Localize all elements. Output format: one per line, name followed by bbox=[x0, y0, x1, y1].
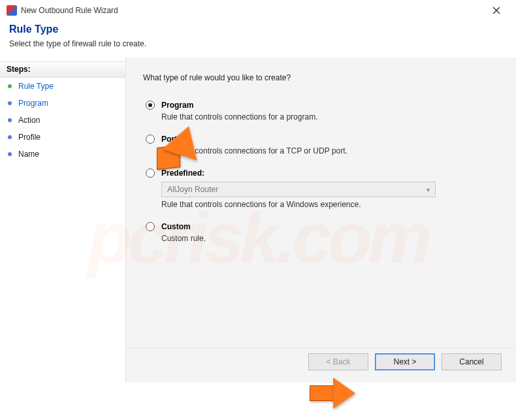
step-label: Name bbox=[18, 150, 39, 159]
predefined-combobox[interactable]: AllJoyn Router ▾ bbox=[161, 182, 436, 197]
radio-predefined[interactable] bbox=[146, 169, 155, 178]
radio-program[interactable] bbox=[146, 101, 155, 110]
bullet-icon bbox=[8, 135, 12, 139]
step-label: Action bbox=[18, 116, 40, 125]
step-label: Profile bbox=[18, 133, 40, 142]
option-custom[interactable]: Custom Custom rule. bbox=[143, 222, 499, 243]
option-port-label: Port bbox=[161, 135, 177, 144]
step-program[interactable]: Program bbox=[0, 95, 125, 112]
close-icon bbox=[492, 7, 500, 14]
back-button[interactable]: < Back bbox=[308, 353, 368, 370]
step-action[interactable]: Action bbox=[0, 112, 125, 129]
page-subtitle: Select the type of firewall rule to crea… bbox=[9, 39, 507, 48]
predefined-selected-value: AllJoyn Router bbox=[167, 185, 218, 194]
bullet-icon bbox=[8, 118, 12, 122]
step-rule-type[interactable]: Rule Type bbox=[0, 78, 125, 95]
radio-port[interactable] bbox=[146, 135, 155, 144]
option-program-label: Program bbox=[161, 101, 193, 110]
radio-custom[interactable] bbox=[146, 222, 155, 231]
rule-type-prompt: What type of rule would you like to crea… bbox=[143, 73, 499, 82]
option-predefined-desc: Rule that controls connections for a Win… bbox=[161, 200, 499, 209]
option-program[interactable]: Program Rule that controls connections f… bbox=[143, 101, 499, 121]
annotation-arrow-next bbox=[310, 379, 362, 408]
wizard-main: What type of rule would you like to crea… bbox=[125, 57, 516, 383]
wizard-footer: < Back Next > Cancel bbox=[126, 347, 516, 383]
step-label: Program bbox=[18, 99, 48, 108]
option-predefined[interactable]: Predefined: AllJoyn Router ▾ Rule that c… bbox=[143, 169, 499, 209]
step-profile[interactable]: Profile bbox=[0, 129, 125, 146]
option-port[interactable]: Port Rule that controls connections for … bbox=[143, 135, 499, 155]
bullet-icon bbox=[8, 101, 12, 105]
bullet-icon bbox=[8, 84, 12, 88]
window-title: New Outbound Rule Wizard bbox=[21, 6, 118, 15]
step-label: Rule Type bbox=[18, 82, 54, 91]
close-button[interactable] bbox=[483, 1, 509, 20]
option-custom-label: Custom bbox=[161, 222, 191, 231]
option-program-desc: Rule that controls connections for a pro… bbox=[161, 112, 499, 121]
next-button[interactable]: Next > bbox=[375, 353, 435, 370]
page-title: Rule Type bbox=[9, 24, 507, 35]
steps-heading: Steps: bbox=[0, 61, 125, 78]
option-predefined-label: Predefined: bbox=[161, 169, 204, 178]
option-custom-desc: Custom rule. bbox=[161, 234, 499, 243]
titlebar: New Outbound Rule Wizard bbox=[0, 0, 516, 20]
option-port-desc: Rule that controls connections for a TCP… bbox=[161, 146, 499, 155]
firewall-icon bbox=[7, 5, 17, 16]
chevron-down-icon: ▾ bbox=[427, 186, 430, 193]
bullet-icon bbox=[8, 152, 12, 156]
wizard-header: Rule Type Select the type of firewall ru… bbox=[0, 20, 516, 57]
cancel-button[interactable]: Cancel bbox=[442, 353, 502, 370]
steps-sidebar: Steps: Rule Type Program Action Profile … bbox=[0, 57, 125, 383]
step-name[interactable]: Name bbox=[0, 146, 125, 163]
